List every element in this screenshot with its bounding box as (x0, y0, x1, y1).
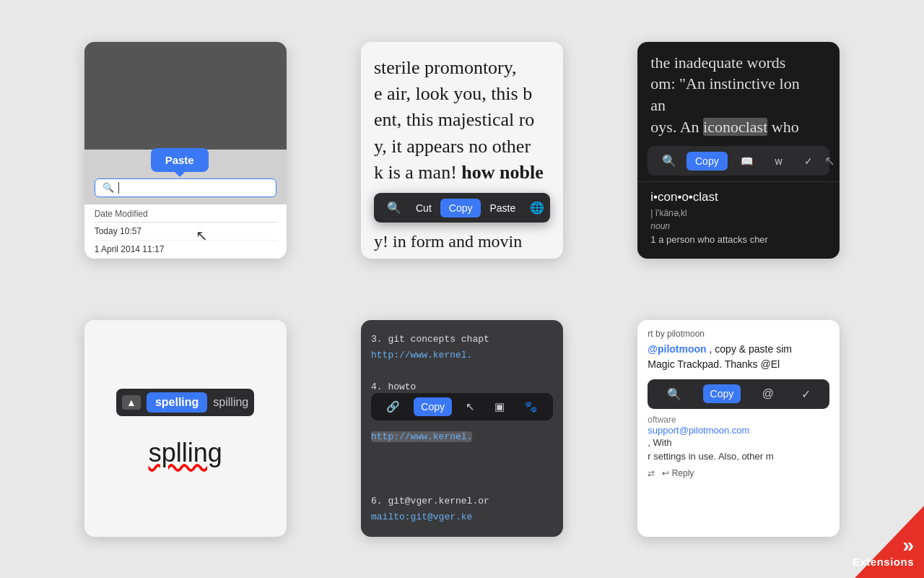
search-icon[interactable]: 🔍 (656, 150, 682, 171)
paste-popup[interactable]: Paste (151, 148, 209, 172)
terminal-more-lines: 6. git@vger.kernel.or mailto:git@vger.ke (361, 476, 563, 536)
finder-file-list: Date Modified Today 10:57 1 April 2014 1… (84, 204, 287, 259)
selected-url-text: http://www.kernel. (371, 431, 472, 442)
at-icon[interactable]: @ (757, 384, 780, 404)
terminal-line: mailto:git@vger.ke (371, 509, 553, 525)
more-text: y! in form and movin ble! in action how … (361, 230, 543, 258)
retweet-info: rt by pilotmoon (648, 329, 829, 339)
book-icon[interactable]: 📖 (732, 152, 762, 171)
text-context-menu: 🔍 Cut Copy Paste 🌐 (374, 193, 550, 223)
terminal-line: 6. git@vger.kernel.or (371, 493, 553, 509)
mouse-cursor-icon: ↖ (196, 227, 208, 244)
copy-button[interactable]: Copy (440, 199, 481, 217)
link-icon[interactable]: 🔗 (380, 397, 406, 416)
text-line: the inadequate words (650, 52, 827, 74)
terminal-text: 3. git concepts chapt http://www.kernel.… (361, 320, 563, 390)
tweet-actions: ⇄ ↩ Reply (637, 465, 840, 484)
search-icon: 🔍 (103, 182, 114, 193)
terminal-line (371, 478, 553, 493)
wikipedia-button[interactable]: w (767, 152, 791, 171)
text-copy-card: sterile promontory, e air, look you, thi… (361, 42, 563, 259)
dict-source-text: the inadequate words om: "An instinctive… (637, 42, 840, 141)
finder-toolbar: Paste 🔍 (84, 150, 287, 204)
terminal-line: 4. howto (371, 379, 553, 390)
terminal-line: 3. git concepts chapt (371, 332, 553, 348)
terminal-selected-url: http://www.kernel. (361, 426, 563, 476)
copy-button[interactable]: Copy (703, 384, 741, 403)
finder-search-bar[interactable]: 🔍 (95, 178, 276, 197)
extensions-label: Extensions (853, 556, 914, 568)
share-icon[interactable]: 🌐 (524, 197, 550, 218)
highlighted-word: iconoclast (703, 118, 767, 136)
date-modified-header: Date Modified (95, 204, 276, 223)
twitter-card: rt by pilotmoon @pilotmoon , copy & past… (637, 320, 840, 537)
spelling-suggestion-popup: ▲ spelling spilling (116, 389, 254, 416)
definition-panel: i•con•o•clast | ī'känə,kl noun 1 a perso… (637, 181, 840, 252)
software-label: oftware (648, 415, 829, 425)
text-line: k is a man! how noble (374, 160, 544, 186)
retweet-icon[interactable]: ⇄ (648, 468, 655, 478)
tweet-text-2: Magic Trackpad. Thanks @El (648, 357, 829, 372)
text-line: ent, this majestical ro (374, 107, 544, 133)
terminal-line (371, 363, 553, 379)
spelling-card: ▲ spelling spilling splling (84, 320, 287, 537)
dictionary-card: the inadequate words om: "An instinctive… (637, 42, 840, 259)
copy-button[interactable]: Copy (414, 397, 452, 416)
text-line: om: "An instinctive lon (650, 73, 827, 95)
correct-spelling-option[interactable]: spelling (147, 392, 207, 413)
reply-button[interactable]: ↩ Reply (662, 468, 694, 478)
dictionary-toolbar: 🔍 Copy 📖 w ✓ ↖ (648, 146, 829, 176)
finder-top-area (84, 42, 287, 150)
text-icon[interactable]: ▣ (489, 397, 510, 416)
email-body: , With (648, 436, 829, 450)
text-cursor (118, 182, 119, 194)
tweet-text: @pilotmoon , copy & paste sim (648, 342, 829, 357)
extensions-content: » Extensions (853, 535, 914, 568)
twitter-handle[interactable]: @pilotmoon (648, 343, 706, 355)
misspelled-word: splling (149, 438, 222, 468)
cut-button[interactable]: Cut (407, 199, 440, 217)
text-line: ble! in action how like (374, 254, 530, 258)
check-icon[interactable]: ✓ (796, 152, 821, 171)
email-body-2: r settings in use. Also, other m (648, 449, 829, 464)
dict-pronunciation: | ī'känə,kl (650, 207, 827, 220)
text-line: oys. An iconoclast who (650, 116, 827, 138)
twitter-email-section: oftware support@pilotmoon.com , With r s… (637, 413, 840, 465)
text-line: an (650, 95, 827, 116)
finder-card: Paste 🔍 Date Modified Today 10:57 1 Apri… (84, 42, 287, 259)
twitter-toolbar: 🔍 Copy @ ✓ (648, 379, 829, 409)
alt-spelling-option[interactable]: spilling (213, 396, 248, 409)
text-line: e air, look you, this b (374, 81, 544, 107)
terminal-card: 3. git concepts chapt http://www.kernel.… (361, 320, 563, 537)
cursor-icon[interactable]: ↖ (460, 397, 481, 416)
screenshot-grid: Paste 🔍 Date Modified Today 10:57 1 Apri… (0, 0, 924, 578)
paste-button[interactable]: Paste (481, 199, 524, 217)
terminal-line: http://www.kernel. (371, 348, 553, 363)
check-icon[interactable]: ✓ (796, 384, 816, 405)
double-arrow-icon: » (902, 535, 914, 556)
tweet-body: , copy & paste sim (710, 343, 792, 355)
copy-button[interactable]: Copy (687, 152, 728, 171)
collapse-icon[interactable]: ▲ (122, 395, 141, 410)
twitter-header: rt by pilotmoon @pilotmoon , copy & past… (637, 320, 840, 375)
search-icon[interactable]: 🔍 (381, 197, 407, 218)
terminal-url: http://www.kernel. (371, 350, 472, 361)
search-icon[interactable]: 🔍 (661, 384, 687, 405)
table-row: Today 10:57 (95, 223, 276, 241)
cursor-pointer: ↖ (824, 153, 835, 169)
dict-word-title: i•con•o•clast (650, 188, 827, 207)
terminal-toolbar: 🔗 Copy ↖ ▣ 🐾 (371, 393, 553, 420)
dict-part-of-speech: noun (650, 220, 827, 233)
terminal-url: mailto:git@vger.ke (371, 512, 472, 522)
share-icon[interactable]: 🐾 (518, 397, 544, 416)
text-line: y! in form and movin (374, 230, 530, 254)
text-line: y, it appears no other (374, 134, 544, 160)
table-row: 1 April 2014 11:17 (95, 241, 276, 259)
text-line: sterile promontory, (374, 55, 544, 81)
dict-definition-text: 1 a person who attacks cher (650, 233, 827, 247)
email-link[interactable]: support@pilotmoon.com (648, 425, 829, 436)
text-body: sterile promontory, e air, look you, thi… (361, 42, 557, 186)
